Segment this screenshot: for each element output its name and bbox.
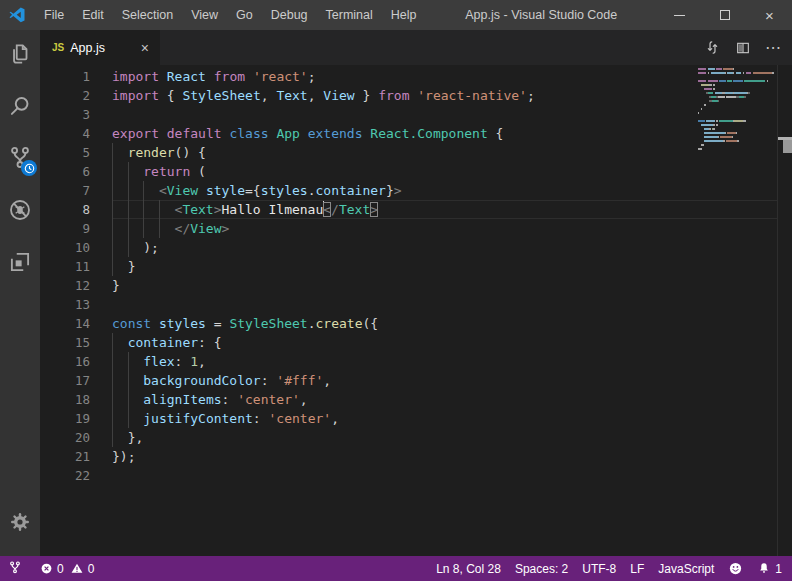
encoding-setting[interactable]: UTF-8 — [582, 562, 616, 576]
indent-guide — [112, 181, 128, 200]
minimap-segment — [725, 132, 726, 134]
line-number: 19 — [40, 409, 112, 428]
code-token — [300, 126, 308, 141]
problems-warnings[interactable]: 0 — [70, 562, 95, 576]
minimap-segment — [744, 96, 745, 98]
code-token: View — [190, 221, 221, 236]
notifications[interactable]: 1 — [757, 561, 782, 576]
tab-close-icon[interactable]: × — [138, 39, 152, 57]
eol-setting[interactable]: LF — [630, 562, 644, 576]
code-text: return ( — [112, 162, 778, 181]
code-line[interactable]: 5render() { — [40, 143, 792, 162]
code-line[interactable]: 9</View> — [40, 219, 792, 238]
minimap-segment — [753, 72, 773, 74]
indent-guide — [112, 352, 128, 371]
indent-guide — [128, 219, 144, 238]
code-token: 1 — [190, 354, 198, 369]
minimap-segment — [698, 72, 706, 74]
activity-source-control[interactable] — [0, 132, 40, 184]
line-number: 6 — [40, 162, 112, 181]
tab-appjs[interactable]: JS App.js × — [40, 30, 160, 65]
code-line[interactable]: 10); — [40, 238, 792, 257]
minimap-segment — [737, 140, 738, 142]
menu-edit[interactable]: Edit — [73, 0, 113, 30]
indent-guide — [112, 409, 128, 428]
code-line[interactable]: 21}); — [40, 447, 792, 466]
activity-search[interactable] — [0, 80, 40, 132]
code-line[interactable]: 13 — [40, 295, 792, 314]
indent-guide — [128, 181, 144, 200]
minimap-segment — [713, 124, 714, 126]
code-line[interactable]: 6return ( — [40, 162, 792, 181]
code-text — [112, 295, 778, 314]
minimize-button[interactable] — [657, 0, 702, 30]
activity-extensions[interactable] — [0, 236, 40, 288]
code-line[interactable]: 20}, — [40, 428, 792, 447]
line-number: 2 — [40, 86, 112, 105]
code-token: import — [112, 88, 159, 103]
code-line[interactable]: 15container: { — [40, 333, 792, 352]
code-line[interactable]: 22 — [40, 466, 792, 485]
code-line[interactable]: 18alignItems: 'center', — [40, 390, 792, 409]
code-editor[interactable]: 1import React from 'react';2import { Sty… — [40, 65, 792, 556]
minimap-segment — [727, 80, 731, 82]
scrollbar-thumb[interactable] — [783, 140, 792, 153]
menu-go[interactable]: Go — [227, 0, 262, 30]
menu-selection[interactable]: Selection — [113, 0, 182, 30]
compare-changes-icon[interactable] — [704, 39, 721, 56]
code-line[interactable]: 3 — [40, 105, 792, 124]
maximize-button[interactable] — [702, 0, 747, 30]
activity-debug[interactable] — [0, 184, 40, 236]
cursor-position[interactable]: Ln 8, Col 28 — [436, 562, 501, 576]
minimap[interactable] — [698, 68, 778, 188]
activity-explorer[interactable] — [0, 28, 40, 80]
menu-view[interactable]: View — [182, 0, 227, 30]
scm-progress-badge — [21, 160, 37, 176]
code-line[interactable]: 17backgroundColor: '#fff', — [40, 371, 792, 390]
code-token: / — [331, 202, 339, 217]
menu-file[interactable]: File — [35, 0, 73, 30]
code-line[interactable]: 16flex: 1, — [40, 352, 792, 371]
indent-guide — [112, 371, 128, 390]
indentation-setting[interactable]: Spaces: 2 — [515, 562, 568, 576]
indent-guide — [112, 200, 128, 219]
code-token: } — [355, 88, 378, 103]
close-button[interactable]: × — [747, 0, 792, 30]
line-number: 16 — [40, 352, 112, 371]
code-line[interactable]: 8<Text>Hallo Ilmenau</Text> — [40, 200, 792, 219]
minimap-segment — [698, 148, 702, 150]
language-mode[interactable]: JavaScript — [658, 562, 714, 576]
code-line[interactable]: 12} — [40, 276, 792, 295]
more-actions-icon[interactable]: ⋯ — [765, 38, 782, 57]
git-branch-status[interactable] — [8, 560, 22, 578]
code-line[interactable]: 2import { StyleSheet, Text, View } from … — [40, 86, 792, 105]
code-line[interactable]: 7<View style={styles.container}> — [40, 181, 792, 200]
minimap-segment — [720, 136, 731, 138]
code-text: } — [112, 276, 778, 295]
minimap-segment — [736, 72, 742, 74]
code-line[interactable]: 14const styles = StyleSheet.create({ — [40, 314, 792, 333]
problems-errors[interactable]: 0 — [40, 562, 64, 576]
code-line[interactable]: 1import React from 'react'; — [40, 67, 792, 86]
code-token: ( — [190, 164, 206, 179]
code-token: > — [214, 202, 222, 217]
clock-icon — [24, 163, 35, 174]
debug-no-bug-icon — [7, 197, 33, 223]
code-line[interactable]: 19justifyContent: 'center', — [40, 409, 792, 428]
code-text: ); — [112, 238, 778, 257]
code-line[interactable]: 4export default class App extends React.… — [40, 124, 792, 143]
gear-icon — [8, 510, 32, 534]
code-text: justifyContent: 'center', — [112, 409, 778, 428]
code-token: , — [261, 88, 277, 103]
menu-help[interactable]: Help — [382, 0, 426, 30]
minimap-segment — [709, 128, 710, 130]
activity-settings[interactable] — [0, 496, 40, 548]
minimap-segment — [727, 132, 735, 134]
split-editor-icon[interactable] — [735, 40, 751, 56]
menu-terminal[interactable]: Terminal — [317, 0, 382, 30]
feedback-smiley[interactable] — [728, 561, 743, 576]
menu-debug[interactable]: Debug — [262, 0, 317, 30]
code-line[interactable]: 11} — [40, 257, 792, 276]
smiley-icon — [728, 561, 743, 576]
code-token: > — [370, 202, 378, 217]
